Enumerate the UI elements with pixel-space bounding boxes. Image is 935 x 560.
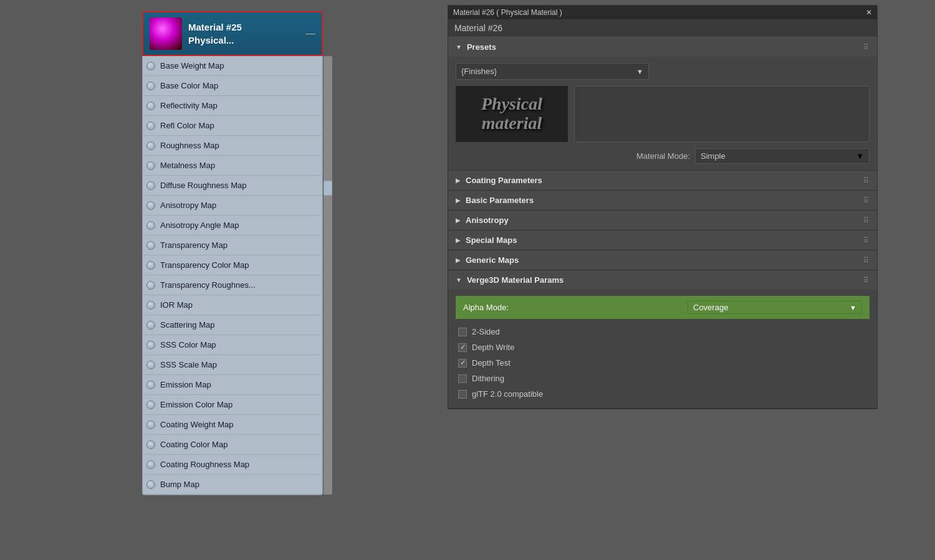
checkbox-4[interactable]	[458, 390, 467, 399]
node-item-label: Bump Map	[160, 480, 199, 489]
checkbox-label: Depth Write	[472, 343, 514, 352]
right-panel-titlebar: Material #26 ( Physical Material ) ✕	[448, 6, 877, 19]
section-header-special[interactable]: Special Maps ⠿	[448, 230, 877, 250]
section-verge3d: Verge3D Material Params ⠿ Alpha Mode: Co…	[448, 270, 877, 409]
preset-dropdown[interactable]: {Finishes} ▼	[456, 63, 649, 80]
special-arrow	[456, 237, 461, 244]
node-connector	[146, 141, 155, 150]
node-list-item[interactable]: Diffuse Roughness Map	[143, 176, 322, 196]
checkboxes-container: 2-Sided ✓ Depth Write ✓ Depth Test Dithe…	[456, 324, 870, 402]
presets-row: Physicalmaterial	[456, 86, 870, 142]
material-mode-value: Simple	[701, 151, 726, 161]
node-scrollbar-thumb[interactable]	[324, 181, 332, 196]
checkbox-1[interactable]: ✓	[458, 343, 467, 352]
node-connector	[146, 82, 155, 90]
node-minimize-button[interactable]: —	[305, 29, 315, 39]
checkbox-0[interactable]	[458, 328, 467, 336]
node-list-item[interactable]: Coating Weight Map	[143, 415, 322, 435]
node-item-label: Roughness Map	[160, 141, 219, 150]
close-icon[interactable]: ✕	[866, 8, 872, 17]
preset-dropdown-text: {Finishes}	[461, 67, 497, 76]
checkbox-label: 2-Sided	[472, 327, 500, 336]
node-header-left: Material #25 Physical...	[150, 17, 242, 50]
right-panel: Material #26 ( Physical Material ) ✕ Mat…	[448, 5, 878, 409]
node-list-item[interactable]: Coating Color Map	[143, 435, 322, 455]
anisotropy-dots: ⠿	[863, 216, 870, 225]
node-list-item[interactable]: Refl Color Map	[143, 116, 322, 136]
basic-title: Basic Parameters	[466, 196, 534, 205]
preset-preview-right	[574, 86, 870, 142]
node-list-item[interactable]: IOR Map	[143, 295, 322, 315]
section-presets: Presets ⠿ {Finishes} ▼ Physicalmaterial …	[448, 37, 877, 171]
node-connector	[146, 102, 155, 110]
node-item-label: Base Weight Map	[160, 61, 224, 70]
material-mode-dropdown[interactable]: Simple ▼	[695, 148, 870, 164]
checkbox-2[interactable]: ✓	[458, 359, 467, 368]
node-connector	[146, 420, 155, 429]
material-mode-label: Material Mode:	[636, 151, 690, 161]
node-list-item[interactable]: Coating Roughness Map	[143, 455, 322, 475]
node-item-label: Emission Map	[160, 380, 211, 389]
node-item-label: Transparency Color Map	[160, 260, 249, 270]
special-title: Special Maps	[466, 235, 517, 245]
node-list-item[interactable]: Transparency Roughnes...	[143, 275, 322, 295]
section-header-anisotropy[interactable]: Anisotropy ⠿	[448, 211, 877, 230]
node-connector	[146, 301, 155, 310]
node-list-item[interactable]: Metalness Map	[143, 156, 322, 176]
node-list-item[interactable]: Base Color Map	[143, 76, 322, 96]
node-title: Material #25 Physical...	[188, 21, 242, 47]
node-title-line2: Physical...	[188, 34, 242, 47]
checkbox-label: glTF 2.0 compatible	[472, 389, 543, 399]
node-list-item[interactable]: Scattering Map	[143, 315, 322, 335]
node-item-label: Scattering Map	[160, 320, 214, 330]
node-list-item[interactable]: Anisotropy Angle Map	[143, 216, 322, 235]
node-connector	[146, 261, 155, 270]
node-list-item[interactable]: Transparency Map	[143, 235, 322, 255]
node-connector	[146, 341, 155, 349]
section-special: Special Maps ⠿	[448, 230, 877, 250]
section-header-verge3d[interactable]: Verge3D Material Params ⠿	[448, 270, 877, 290]
node-connector	[146, 361, 155, 369]
verge3d-content: Alpha Mode: Coverage ▼ 2-Sided ✓ Depth W…	[448, 290, 877, 408]
node-list-item[interactable]: Emission Map	[143, 375, 322, 395]
node-list-item[interactable]: SSS Color Map	[143, 335, 322, 355]
node-item-label: Emission Color Map	[160, 400, 233, 409]
checkbox-3[interactable]	[458, 374, 467, 383]
node-connector	[146, 201, 155, 210]
node-scrollbar[interactable]	[324, 56, 332, 495]
section-header-basic[interactable]: Basic Parameters ⠿	[448, 191, 877, 210]
generic-title: Generic Maps	[466, 255, 519, 265]
basic-arrow	[456, 197, 461, 204]
alpha-mode-dropdown[interactable]: Coverage ▼	[688, 301, 862, 314]
generic-arrow	[456, 257, 461, 263]
node-list-item[interactable]: Emission Color Map	[143, 395, 322, 415]
coating-arrow	[456, 177, 461, 184]
node-connector	[146, 480, 155, 489]
verge3d-arrow	[456, 277, 462, 283]
node-list-item[interactable]: Bump Map	[143, 475, 322, 495]
preset-dropdown-arrow: ▼	[636, 68, 643, 75]
generic-dots: ⠿	[863, 256, 870, 265]
checkbox-label: Depth Test	[472, 358, 511, 368]
right-panel-name-field[interactable]: Material #26	[448, 19, 877, 37]
node-item-label: Diffuse Roughness Map	[160, 181, 247, 190]
node-connector	[146, 440, 155, 449]
node-list-item[interactable]: Transparency Color Map	[143, 255, 322, 275]
presets-content: {Finishes} ▼ Physicalmaterial Material M…	[448, 57, 877, 170]
section-anisotropy: Anisotropy ⠿	[448, 211, 877, 230]
presets-arrow	[456, 44, 462, 50]
node-list-item[interactable]: Roughness Map	[143, 136, 322, 156]
node-connector	[146, 381, 155, 389]
node-item-label: Reflectivity Map	[160, 101, 218, 110]
section-header-presets[interactable]: Presets ⠿	[448, 37, 877, 57]
alpha-mode-value: Coverage	[693, 303, 728, 312]
node-list-item[interactable]: Reflectivity Map	[143, 96, 322, 116]
section-header-generic[interactable]: Generic Maps ⠿	[448, 250, 877, 270]
node-item-label: Transparency Roughnes...	[160, 280, 256, 290]
section-header-coating[interactable]: Coating Parameters ⠿	[448, 171, 877, 190]
node-list-item[interactable]: SSS Scale Map	[143, 355, 322, 375]
section-basic: Basic Parameters ⠿	[448, 191, 877, 211]
node-item-label: Transparency Map	[160, 240, 228, 250]
node-list-item[interactable]: Anisotropy Map	[143, 196, 322, 216]
node-list-item[interactable]: Base Weight Map	[143, 56, 322, 76]
